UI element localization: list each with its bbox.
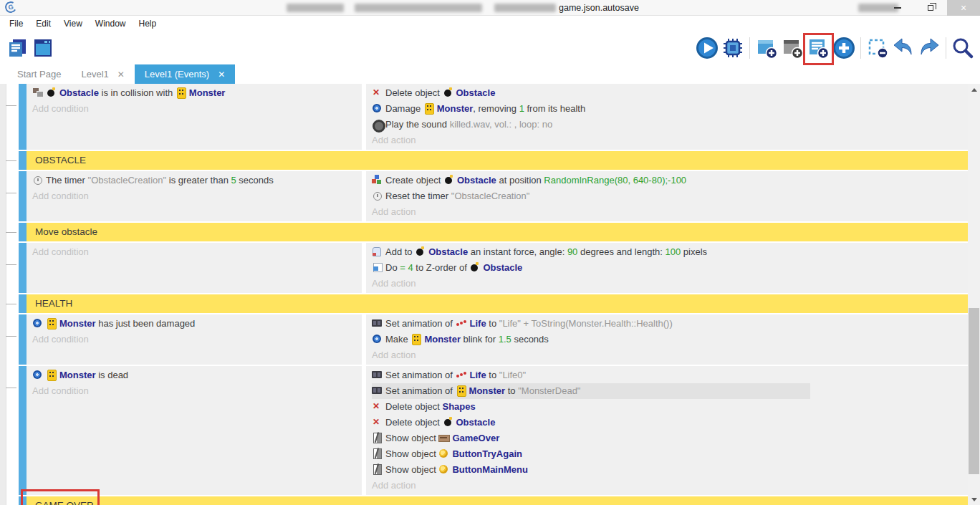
play-button[interactable]: [694, 34, 720, 62]
plain-text: is in collision with: [99, 87, 176, 98]
gear-icon: [32, 370, 44, 380]
bomb-icon: [46, 87, 57, 97]
menu-file[interactable]: File: [3, 16, 29, 32]
action[interactable]: Show object ButtonTryAgain: [372, 446, 968, 462]
redacted-title-text: [355, 4, 482, 12]
event-selection-bar[interactable]: [19, 151, 27, 170]
event-selection-bar[interactable]: [19, 243, 27, 293]
action[interactable]: Delete object Shapes: [372, 399, 968, 415]
plain-text: Set animation of: [385, 385, 456, 396]
timer-icon: [32, 175, 44, 185]
group-label[interactable]: Move obstacle: [27, 223, 968, 241]
menu-edit[interactable]: Edit: [29, 16, 57, 32]
close-button[interactable]: ×: [947, 0, 980, 16]
plain-text: Delete object: [385, 87, 443, 98]
tab-start-page[interactable]: Start Page: [7, 64, 71, 84]
add-condition-button[interactable]: Add condition: [32, 188, 362, 204]
object-name: Monster: [437, 103, 474, 114]
deselect-button[interactable]: [865, 34, 890, 62]
object-name: Life: [470, 370, 486, 380]
menu-view[interactable]: View: [57, 16, 89, 32]
restore-button[interactable]: [914, 0, 947, 16]
add-action-button[interactable]: Add action: [372, 204, 968, 220]
event-selection-bar[interactable]: [19, 84, 27, 150]
debug-button[interactable]: [720, 34, 746, 62]
action[interactable]: Create object Obstacle at position Rando…: [372, 173, 968, 188]
event-selection-bar[interactable]: [19, 223, 27, 241]
add-object-button[interactable]: [831, 34, 857, 62]
add-action-button[interactable]: Add action: [372, 478, 968, 494]
action[interactable]: Set animation of Monster to "MonsterDead…: [372, 383, 810, 399]
events-sheet: Obstacle is in collision with MonsterAdd…: [0, 84, 980, 505]
event-selection-bar[interactable]: [19, 294, 27, 313]
action[interactable]: Play the sound killed.wav, vol.: , loop:…: [372, 117, 968, 133]
monster-icon: [410, 334, 422, 344]
add-action-button[interactable]: Add action: [372, 133, 968, 148]
condition[interactable]: The timer "ObstacleCreation" is greater …: [32, 173, 362, 188]
minimize-button[interactable]: [881, 0, 914, 16]
redo-button[interactable]: [916, 34, 942, 62]
add-action-button[interactable]: Add action: [372, 347, 968, 363]
add-condition-button[interactable]: Add condition: [32, 244, 362, 260]
menu-help[interactable]: Help: [133, 16, 163, 32]
group-row: GAME OVER: [19, 496, 968, 505]
group-label[interactable]: HEALTH: [27, 294, 968, 313]
object-name: GameOver: [452, 433, 499, 443]
action[interactable]: Reset the timer "ObstacleCreation": [372, 188, 968, 204]
action[interactable]: Show object ButtonMainMenu: [372, 462, 968, 478]
value-text: 100: [666, 246, 681, 257]
tab-level1-events-[interactable]: Level1 (Events)✕: [135, 64, 235, 84]
tab-close-icon[interactable]: ✕: [117, 69, 125, 80]
action[interactable]: Do = 4 to Z-order of Obstacle: [372, 260, 968, 276]
tab-label: Level1 (Events): [145, 69, 209, 80]
plain-text: from its health: [524, 103, 585, 114]
action[interactable]: Damage Monster, removing 1 from its heal…: [372, 101, 968, 117]
actions-cell: Set animation of Life to "Life" + ToStri…: [366, 314, 968, 365]
events-list: Obstacle is in collision with MonsterAdd…: [0, 84, 968, 505]
add-external-layout-button[interactable]: [779, 34, 805, 62]
scroll-down-arrow[interactable]: [968, 494, 980, 505]
add-action-button[interactable]: Add action: [372, 276, 968, 292]
animation-icon: [372, 370, 383, 380]
plain-text: is dead: [96, 370, 129, 380]
add-condition-button[interactable]: Add condition: [32, 383, 362, 399]
tab-level1[interactable]: Level1✕: [71, 64, 134, 84]
string-text: "Life" + ToString(Monster.Health::Health…: [499, 318, 673, 329]
plain-text: Set animation of: [385, 318, 456, 329]
add-condition-button[interactable]: Add condition: [32, 101, 362, 117]
action[interactable]: Set animation of Life to "Life" + ToStri…: [372, 316, 968, 332]
action[interactable]: Make Monster blink for 1.5 seconds: [372, 332, 968, 347]
project-manager-button[interactable]: [4, 34, 30, 62]
force-icon: [372, 246, 383, 256]
scrollbar-thumb[interactable]: [969, 308, 979, 474]
plain-text: blink for: [461, 334, 499, 345]
action[interactable]: Delete object Obstacle: [372, 415, 968, 431]
condition[interactable]: Obstacle is in collision with Monster: [32, 85, 362, 101]
add-condition-button[interactable]: Add condition: [32, 332, 362, 347]
conditions-cell: Monster has just been damagedAdd conditi…: [27, 314, 362, 365]
undo-button[interactable]: [890, 34, 916, 62]
search-button[interactable]: [950, 34, 976, 62]
vertical-scrollbar[interactable]: [968, 84, 980, 505]
group-label[interactable]: GAME OVER: [27, 496, 968, 505]
event-selection-bar[interactable]: [19, 171, 27, 221]
group-row: HEALTH: [19, 294, 968, 313]
action[interactable]: Delete object Obstacle: [372, 85, 968, 101]
event-selection-bar[interactable]: [19, 366, 27, 495]
scroll-up-arrow[interactable]: [968, 84, 980, 95]
scene-editor-button[interactable]: [30, 34, 56, 62]
condition[interactable]: Monster has just been damaged: [32, 316, 362, 332]
action[interactable]: Show object GameOver: [372, 431, 968, 446]
delete-icon: [372, 417, 383, 427]
action[interactable]: Set animation of Life to "Life0": [372, 367, 968, 383]
plain-text: Show object: [385, 433, 438, 443]
event-row: Monster is deadAdd conditionSet animatio…: [19, 366, 968, 495]
add-external-events-button[interactable]: [805, 34, 831, 62]
add-scene-button[interactable]: [754, 34, 779, 62]
group-label[interactable]: OBSTACLE: [27, 151, 968, 170]
tab-close-icon[interactable]: ✕: [218, 69, 225, 80]
menu-window[interactable]: Window: [89, 16, 133, 32]
condition[interactable]: Monster is dead: [32, 367, 362, 383]
event-selection-bar[interactable]: [19, 314, 27, 365]
action[interactable]: Add to Obstacle an instant force, angle:…: [372, 244, 968, 260]
